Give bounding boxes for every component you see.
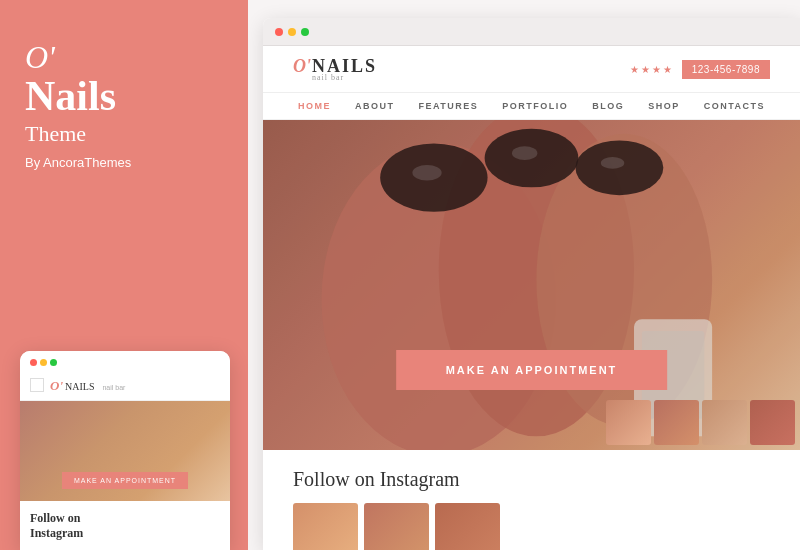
thumb-4 <box>750 400 795 445</box>
nav-about[interactable]: ABOUT <box>355 101 395 111</box>
site-logo-group: O' NAILS nail bar <box>293 56 377 82</box>
insta-photo-2[interactable] <box>364 503 429 550</box>
mobile-logo: O'NAILS nail bar <box>50 376 125 394</box>
left-panel: O' Nails Theme By AncoraThemes O'NAILS n… <box>0 0 248 550</box>
instagram-section-title: Follow on Instagram <box>293 468 770 491</box>
brand-theme: Theme <box>25 121 223 147</box>
browser-dot-red <box>275 28 283 36</box>
nav-features[interactable]: FEATURES <box>418 101 478 111</box>
thumb-1 <box>606 400 651 445</box>
mobile-logo-bar: O'NAILS nail bar <box>20 372 230 401</box>
brand-o: O' <box>25 40 223 75</box>
mobile-dot-red <box>30 359 37 366</box>
brand-title: O' Nails <box>25 40 223 117</box>
header-stars: ★ ★ ★ ★ <box>630 64 672 75</box>
browser-topbar <box>263 18 800 46</box>
site-logo-nails-group: NAILS nail bar <box>312 56 377 82</box>
site-nav: HOME ABOUT FEATURES PORTFOLIO BLOG SHOP … <box>263 93 800 120</box>
thumb-3 <box>702 400 747 445</box>
mobile-header <box>20 351 230 372</box>
insta-photo-3[interactable] <box>435 503 500 550</box>
site-logo-sub: nail bar <box>312 73 377 82</box>
mobile-traffic-lights <box>30 359 57 366</box>
star-1: ★ <box>630 64 639 75</box>
below-hero: Follow on Instagram <box>263 450 800 550</box>
nav-home[interactable]: HOME <box>298 101 331 111</box>
right-panel: O' NAILS nail bar ★ ★ ★ ★ 123-456-7898 H… <box>248 0 800 550</box>
site-header: O' NAILS nail bar ★ ★ ★ ★ 123-456-7898 <box>263 46 800 93</box>
nav-shop[interactable]: SHOP <box>648 101 680 111</box>
nav-contacts[interactable]: CONTACTS <box>704 101 765 111</box>
nav-blog[interactable]: BLOG <box>592 101 624 111</box>
browser-dot-green <box>301 28 309 36</box>
star-3: ★ <box>652 64 661 75</box>
thumb-2 <box>654 400 699 445</box>
nav-portfolio[interactable]: PORTFOLIO <box>502 101 568 111</box>
thumbnail-strip <box>601 395 800 450</box>
browser-dot-yellow <box>288 28 296 36</box>
star-2: ★ <box>641 64 650 75</box>
insta-photo-1[interactable] <box>293 503 358 550</box>
mobile-hero-image: MAKE AN APPOINTMENT <box>20 401 230 501</box>
header-phone-button[interactable]: 123-456-7898 <box>682 60 770 79</box>
mobile-instagram-text: Follow onInstagram <box>20 501 230 550</box>
mobile-preview: O'NAILS nail bar MAKE AN APPOINTMENT Fol… <box>20 351 230 550</box>
site-logo-italic: O' <box>293 56 311 77</box>
site-header-right: ★ ★ ★ ★ 123-456-7898 <box>630 60 770 79</box>
mobile-dot-green <box>50 359 57 366</box>
mobile-logo-square <box>30 378 44 392</box>
hero-content: MAKE AN APPOINTMENT <box>396 350 668 390</box>
hero-appointment-button[interactable]: MAKE AN APPOINTMENT <box>396 350 668 390</box>
brand-by: By AncoraThemes <box>25 155 223 170</box>
site-hero: MAKE AN APPOINTMENT <box>263 120 800 450</box>
mobile-dot-yellow <box>40 359 47 366</box>
mobile-logo-text: O'NAILS <box>50 378 94 393</box>
mobile-logo-sub: nail bar <box>102 384 125 391</box>
mobile-hero: MAKE AN APPOINTMENT <box>20 401 230 501</box>
brand-nails: Nails <box>25 75 223 117</box>
instagram-photos <box>293 503 770 550</box>
browser-window: O' NAILS nail bar ★ ★ ★ ★ 123-456-7898 H… <box>263 18 800 550</box>
star-4: ★ <box>663 64 672 75</box>
mobile-logo-nails: NAILS <box>65 381 94 392</box>
mobile-appointment-button[interactable]: MAKE AN APPOINTMENT <box>62 472 188 489</box>
